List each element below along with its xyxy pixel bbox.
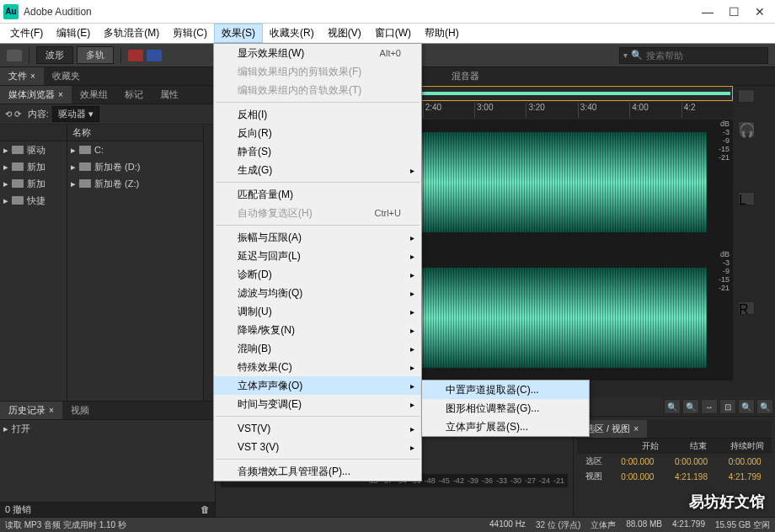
- stereo-imagery-submenu: 中置声道提取器(C)...图形相位调整器(G)...立体声扩展器(S)...: [421, 380, 590, 437]
- effects-menu-item[interactable]: VST 3(V)▸: [214, 438, 421, 456]
- effects-menu-item[interactable]: 滤波与均衡(Q)▸: [214, 284, 421, 302]
- tab-markers[interactable]: 标记: [116, 86, 152, 104]
- effects-menu-item[interactable]: 立体声声像(O)▸: [214, 376, 421, 395]
- tab-favorites[interactable]: 收藏夹: [44, 67, 88, 85]
- stereo-submenu-item[interactable]: 立体声扩展器(S)...: [422, 418, 589, 436]
- left-panel: 文件× 收藏夹 媒体浏览器× 效果组 标记 属性 ⟲ ⟳ 内容: 驱动器 ▾ ▸…: [0, 67, 216, 517]
- effects-menu-item[interactable]: 反向(R): [214, 124, 421, 142]
- file-tree: ▸驱动▸新加▸新加▸快捷 名称 ▸C:▸新加卷 (D:)▸新加卷 (Z:): [0, 125, 215, 401]
- content-dropdown[interactable]: 驱动器 ▾: [52, 106, 99, 122]
- zoom-out-h-button[interactable]: 🔍: [682, 399, 699, 414]
- minimize-button[interactable]: —: [702, 5, 714, 19]
- channel-r-badge: R: [738, 301, 755, 315]
- title-bar: Au Adobe Audition — ☐ ✕: [0, 0, 775, 24]
- effects-menu-item: 编辑效果组内的音轨效果(T): [214, 81, 421, 99]
- menu-6[interactable]: 视图(V): [321, 24, 368, 42]
- mode-waveform-tab[interactable]: 波形: [36, 46, 73, 64]
- effects-menu-item[interactable]: VST(V)▸: [214, 419, 421, 438]
- drive-item[interactable]: ▸新加: [0, 175, 67, 192]
- window-controls: — ☐ ✕: [702, 5, 765, 19]
- drive-item[interactable]: ▸新加: [0, 158, 67, 175]
- effects-menu-item[interactable]: 匹配音量(M): [214, 185, 421, 204]
- column-name-header[interactable]: 名称: [67, 125, 203, 141]
- drive-item[interactable]: ▸新加卷 (Z:): [67, 175, 203, 192]
- selection-row: 选区0:00.0000:00.0000:00.000: [577, 454, 772, 469]
- effects-menu-item[interactable]: 延迟与回声(L)▸: [214, 247, 421, 265]
- search-input[interactable]: [646, 51, 764, 61]
- trash-icon[interactable]: 🗑: [200, 504, 210, 514]
- status-item: 44100 Hz: [489, 519, 526, 531]
- effects-menu-item[interactable]: 音频增效工具管理器(P)...: [214, 462, 421, 481]
- content-selector-row: ⟲ ⟳ 内容: 驱动器 ▾: [0, 104, 215, 125]
- zoom-out-v-button[interactable]: 🔍: [756, 399, 773, 414]
- effects-menu: 显示效果组(W)Alt+0编辑效果组内的剪辑效果(F)编辑效果组内的音轨效果(T…: [213, 43, 422, 481]
- search-dropdown-icon[interactable]: ▾: [623, 51, 628, 60]
- effects-menu-item[interactable]: 振幅与压限(A)▸: [214, 228, 421, 247]
- effects-menu-item[interactable]: 降噪/恢复(N)▸: [214, 321, 421, 339]
- zoom-full-button[interactable]: ↔: [701, 399, 718, 414]
- effects-menu-item[interactable]: 调制(U)▸: [214, 302, 421, 321]
- history-panel: 历史记录× 视频 ▸ 打开: [0, 401, 215, 502]
- drive-item[interactable]: ▸C:: [67, 141, 203, 158]
- effects-menu-item[interactable]: 反相(I): [214, 105, 421, 124]
- browser-tabs: 媒体浏览器× 效果组 标记 属性: [0, 86, 215, 104]
- menu-7[interactable]: 窗口(W): [368, 24, 418, 42]
- tab-video[interactable]: 视频: [62, 402, 98, 419]
- tab-history[interactable]: 历史记录×: [0, 402, 62, 419]
- file-icon[interactable]: [7, 50, 22, 61]
- search-icon: 🔍: [631, 50, 643, 61]
- stereo-submenu-item[interactable]: 中置声道提取器(C)...: [422, 380, 589, 399]
- history-item-open[interactable]: ▸ 打开: [0, 420, 215, 437]
- effects-menu-item[interactable]: 时间与变调(E)▸: [214, 395, 421, 413]
- tool-icon-1[interactable]: [128, 50, 143, 61]
- tool-icon-2[interactable]: [147, 50, 162, 61]
- zoom-in-v-button[interactable]: 🔍: [738, 399, 755, 414]
- menu-5[interactable]: 收藏夹(R): [263, 24, 321, 42]
- stereo-submenu-item[interactable]: 图形相位调整器(G)...: [422, 399, 589, 418]
- tab-properties[interactable]: 属性: [152, 86, 187, 104]
- drive-item[interactable]: ▸快捷: [0, 192, 67, 209]
- status-item: 立体声: [591, 519, 616, 531]
- effects-menu-item[interactable]: 显示效果组(W)Alt+0: [214, 44, 421, 62]
- effects-menu-item[interactable]: 混响(B)▸: [214, 339, 421, 358]
- maximize-button[interactable]: ☐: [729, 5, 740, 19]
- menu-0[interactable]: 文件(F): [3, 24, 50, 42]
- drive-item[interactable]: ▸新加卷 (D:): [67, 158, 203, 175]
- open-icon: ▸: [3, 423, 8, 434]
- status-item: 4:21.799: [672, 519, 705, 531]
- effects-menu-item[interactable]: 生成(G)▸: [214, 161, 421, 179]
- undo-bar: 0 撤销 🗑: [0, 502, 215, 517]
- app-title: Adobe Audition: [24, 6, 702, 18]
- status-item: 32 位 (浮点): [536, 519, 580, 531]
- status-bar: 读取 MP3 音频 完成用时 1.10 秒 44100 Hz32 位 (浮点)立…: [0, 517, 775, 532]
- headphones-icon[interactable]: 🎧: [738, 121, 755, 135]
- effects-menu-item: 编辑效果组内的剪辑效果(F): [214, 62, 421, 81]
- mode-multitrack-tab[interactable]: 多轨: [77, 46, 114, 64]
- selection-row: 视图0:00.0004:21.1984:21.799: [577, 469, 772, 484]
- search-box[interactable]: ▾ 🔍: [619, 47, 768, 64]
- menu-4[interactable]: 效果(S): [214, 24, 263, 43]
- zoom-in-h-button[interactable]: 🔍: [664, 399, 681, 414]
- effects-menu-item[interactable]: 特殊效果(C)▸: [214, 358, 421, 376]
- tab-effects-rack[interactable]: 效果组: [72, 86, 116, 104]
- menu-8[interactable]: 帮助(H): [418, 24, 466, 42]
- menu-3[interactable]: 剪辑(C): [166, 24, 214, 42]
- close-button[interactable]: ✕: [755, 5, 765, 19]
- status-item: 88.08 MB: [626, 519, 662, 531]
- file-panel-tabs: 文件× 收藏夹: [0, 67, 215, 86]
- magnifier-icon[interactable]: [738, 89, 755, 103]
- effects-menu-item: 自动修复选区(H)Ctrl+U: [214, 204, 421, 222]
- tab-media-browser[interactable]: 媒体浏览器×: [0, 86, 72, 104]
- tab-files[interactable]: 文件×: [0, 67, 44, 85]
- zoom-sel-button[interactable]: ⊡: [719, 399, 736, 414]
- drive-item[interactable]: ▸驱动: [0, 141, 67, 158]
- status-item: 15.95 GB 空闲: [715, 519, 770, 531]
- effects-menu-item[interactable]: 静音(S): [214, 142, 421, 161]
- status-message: 读取 MP3 音频 完成用时 1.10 秒: [5, 519, 126, 531]
- effects-menu-item[interactable]: 诊断(D)▸: [214, 265, 421, 284]
- tab-mixer[interactable]: 混音器: [443, 67, 488, 85]
- menu-2[interactable]: 多轨混音(M): [97, 24, 166, 42]
- menu-bar: 文件(F)编辑(E)多轨混音(M)剪辑(C)效果(S)收藏夹(R)视图(V)窗口…: [0, 24, 775, 44]
- menu-1[interactable]: 编辑(E): [50, 24, 97, 42]
- app-icon: Au: [3, 4, 19, 19]
